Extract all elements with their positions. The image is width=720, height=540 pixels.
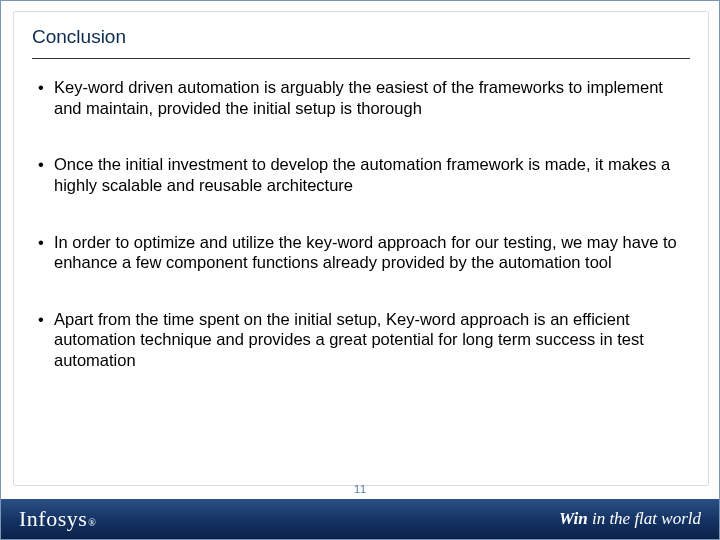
tagline-rest: in the flat world	[588, 509, 701, 528]
content-box: Conclusion Key-word driven automation is…	[13, 11, 709, 486]
registered-icon: ®	[88, 517, 96, 528]
tagline-bold: Win	[559, 509, 588, 528]
tagline: Win in the flat world	[559, 509, 701, 529]
slide: Conclusion Key-word driven automation is…	[0, 0, 720, 540]
title-divider	[32, 58, 690, 59]
bullet-item: In order to optimize and utilize the key…	[38, 232, 690, 273]
bullet-item: Key-word driven automation is arguably t…	[38, 77, 690, 118]
logo-text: Infosys	[19, 506, 87, 532]
slide-title: Conclusion	[32, 26, 690, 54]
page-number: 11	[1, 483, 719, 495]
infosys-logo: Infosys ®	[19, 506, 96, 532]
bullet-list: Key-word driven automation is arguably t…	[32, 77, 690, 371]
footer-bar: Infosys ® Win in the flat world	[1, 499, 719, 539]
bullet-item: Apart from the time spent on the initial…	[38, 309, 690, 371]
bullet-item: Once the initial investment to develop t…	[38, 154, 690, 195]
